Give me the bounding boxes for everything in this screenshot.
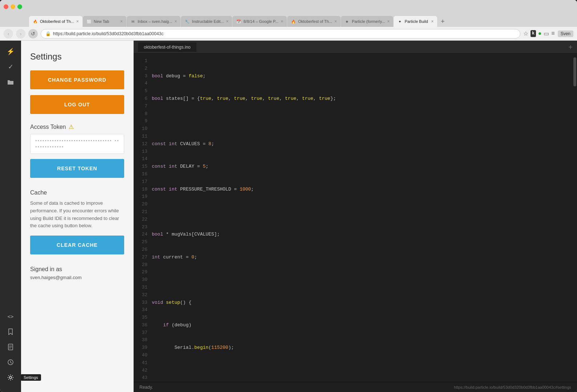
tab-inbox[interactable]: ✉ Inbox – sven.haig... × [127, 16, 180, 27]
extension-icon-k[interactable]: k [531, 30, 536, 37]
url-bar[interactable]: 🔒 https://build.particle.io/build/53d0d3… [41, 29, 520, 38]
reload-button[interactable]: ↺ [28, 29, 38, 38]
tab-instructable[interactable]: 🔧 Instructable Edit... × [181, 16, 232, 27]
sidebar-left: ⚡ ✓ <> [0, 41, 21, 392]
tab-label-8: Particle Build [405, 19, 428, 24]
extension-icon-green[interactable]: ● [538, 30, 542, 37]
reset-token-button[interactable]: RESET TOKEN [30, 159, 124, 178]
forward-button[interactable]: › [16, 29, 25, 38]
tab-favicon-4: 🔧 [184, 19, 190, 24]
tab-close-7[interactable]: × [387, 19, 390, 24]
maximize-button[interactable] [17, 4, 22, 9]
status-text: Ready. [139, 385, 153, 390]
scrollbar-thumb[interactable] [573, 57, 576, 86]
editor-area: oktoberfest-of-things.ino + 1 2 3 4 5 6 … [134, 41, 577, 392]
sidebar-item-bookmark[interactable] [3, 324, 18, 339]
back-button[interactable]: ‹ [4, 29, 13, 38]
title-bar [0, 0, 577, 13]
tabs-bar: 🔥 Oktoberfest of Th... × ⬜ New Tab × ✉ I… [0, 13, 577, 27]
lock-icon: 🔒 [45, 31, 51, 36]
tab-particle-build[interactable]: ✦ Particle Build × [394, 16, 437, 27]
sidebar-item-flash[interactable]: ⚡ [3, 44, 18, 59]
settings-title: Settings [30, 52, 124, 62]
status-url: https://build.particle.io/build/53d0d320… [454, 385, 571, 389]
tab-close-2[interactable]: × [120, 19, 123, 24]
cache-description: Some of data is cached to improve perfor… [30, 200, 124, 230]
status-bar: Ready. https://build.particle.io/build/5… [134, 382, 577, 392]
tab-label-6: Oktoberfest of Th... [298, 19, 332, 24]
change-password-button[interactable]: CHANGE PASSWORD [30, 70, 124, 89]
tab-favicon-6: 🔥 [291, 19, 296, 24]
signed-in-email: sven.haiges@gmail.com [30, 275, 124, 280]
cast-icon[interactable]: ▭ [544, 30, 549, 37]
editor-scrollbar[interactable] [573, 54, 577, 382]
tab-close-3[interactable]: × [174, 19, 177, 24]
tab-label-1: Oktoberfest of Th... [40, 19, 74, 24]
svg-point-7 [9, 376, 12, 379]
tab-favicon-1: 🔥 [33, 19, 38, 24]
cache-label: Cache [30, 189, 124, 196]
tab-label-2: New Tab [94, 19, 109, 24]
line-numbers: 1 2 3 4 5 6 7 8 9 10 11 12 13 14 15 16 1 [134, 54, 152, 382]
access-token-label: Access Token ⚠ [30, 123, 124, 130]
editor-body: 1 2 3 4 5 6 7 8 9 10 11 12 13 14 15 16 1 [134, 54, 577, 382]
address-actions: ☆ k ● ▭ ≡ [523, 30, 555, 37]
sidebar-item-folder[interactable] [3, 75, 18, 89]
sidebar-item-code[interactable]: <> [3, 309, 18, 324]
url-text: https://build.particle.io/build/53d0d320… [53, 31, 516, 36]
editor-tab-bar: oktoberfest-of-things.ino + [134, 41, 577, 54]
user-menu[interactable]: Sven [558, 30, 573, 37]
sidebar-item-settings[interactable] [3, 370, 18, 385]
warning-icon: ⚠ [69, 123, 74, 130]
traffic-lights [4, 4, 22, 9]
tab-label-4: Instructable Edit... [192, 19, 224, 24]
svg-line-6 [11, 362, 12, 363]
address-bar: ‹ › ↺ 🔒 https://build.particle.io/build/… [0, 27, 577, 41]
new-tab-button[interactable]: + [438, 16, 448, 27]
code-editor[interactable]: bool debug = false; bool states[] = {tru… [152, 54, 573, 382]
main-content: ⚡ ✓ <> [0, 41, 577, 392]
sidebar-item-document[interactable] [3, 340, 18, 354]
tab-close-5[interactable]: × [281, 19, 283, 24]
tab-oktoberfest[interactable]: 🔥 Oktoberfest of Th... × [29, 16, 82, 27]
token-display: •••••••••••••••••••••••••••••••• •••••••… [30, 134, 124, 154]
tab-favicon-7: ★ [345, 19, 350, 24]
tab-label-3: Inbox – sven.haig... [138, 19, 172, 24]
close-button[interactable] [4, 4, 8, 9]
editor-add-tab[interactable]: + [568, 44, 573, 51]
browser-frame: 🔥 Oktoberfest of Th... × ⬜ New Tab × ✉ I… [0, 0, 577, 392]
star-icon[interactable]: ☆ [523, 30, 528, 37]
tab-close-4[interactable]: × [226, 19, 228, 24]
sidebar-item-clock[interactable] [3, 355, 18, 369]
tab-favicon-3: ✉ [130, 19, 135, 24]
tab-favicon-5: 📅 [236, 19, 241, 24]
tab-label-5: 8/8/14 – Google P... [243, 19, 278, 24]
clear-cache-button[interactable]: CLEAR CACHE [30, 236, 124, 254]
tab-label-7: Particle (formerly... [352, 19, 385, 24]
sidebar-item-check[interactable]: ✓ [3, 60, 18, 74]
tab-close-8[interactable]: × [431, 19, 434, 24]
minimize-button[interactable] [11, 4, 15, 9]
tab-newtab[interactable]: ⬜ New Tab × [83, 16, 126, 27]
tab-close-1[interactable]: × [76, 19, 79, 24]
log-out-button[interactable]: LOG OUT [30, 95, 124, 114]
tab-oktoberfest2[interactable]: 🔥 Oktoberfest of Th... × [287, 16, 341, 27]
editor-tab-file[interactable]: oktoberfest-of-things.ino [138, 42, 196, 52]
menu-icon[interactable]: ≡ [551, 30, 554, 37]
tab-favicon-2: ⬜ [86, 19, 92, 24]
tab-close-6[interactable]: × [334, 19, 337, 24]
signed-in-label: Signed in as [30, 266, 124, 273]
tab-particle-formerly[interactable]: ★ Particle (formerly... × [341, 16, 394, 27]
tab-google[interactable]: 📅 8/8/14 – Google P... × [232, 16, 287, 27]
settings-panel: Settings CHANGE PASSWORD LOG OUT Access … [21, 41, 134, 392]
tab-favicon-8: ✦ [397, 19, 402, 24]
